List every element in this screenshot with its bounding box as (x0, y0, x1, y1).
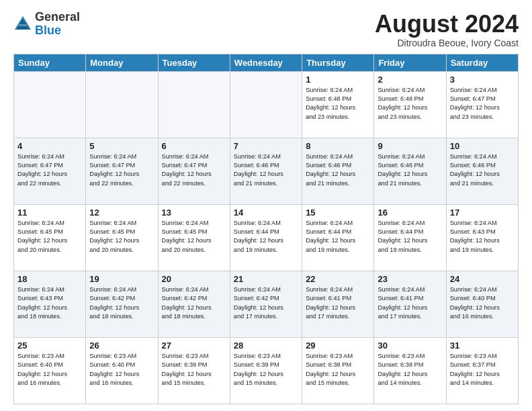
calendar-week-row: 25Sunrise: 6:23 AM Sunset: 6:40 PM Dayli… (14, 337, 519, 404)
day-cell-26: 26Sunrise: 6:23 AM Sunset: 6:40 PM Dayli… (86, 337, 158, 404)
header: General Blue August 2024 Ditroudra Beoue… (13, 11, 519, 48)
day-number: 31 (450, 340, 515, 351)
title-block: August 2024 Ditroudra Beoue, Ivory Coast (375, 11, 519, 48)
day-cell-3: 3Sunrise: 6:24 AM Sunset: 6:47 PM Daylig… (446, 71, 518, 138)
day-number: 2 (378, 75, 442, 85)
calendar: SundayMondayTuesdayWednesdayThursdayFrid… (13, 54, 519, 404)
day-number: 26 (89, 340, 154, 351)
day-number: 11 (17, 208, 82, 218)
day-info: Sunrise: 6:23 AM Sunset: 6:39 PM Dayligh… (234, 352, 298, 387)
location: Ditroudra Beoue, Ivory Coast (375, 38, 519, 48)
day-number: 25 (17, 340, 82, 351)
day-info: Sunrise: 6:24 AM Sunset: 6:46 PM Dayligh… (378, 152, 442, 188)
day-cell-8: 8Sunrise: 6:24 AM Sunset: 6:46 PM Daylig… (302, 138, 374, 204)
day-info: Sunrise: 6:24 AM Sunset: 6:47 PM Dayligh… (450, 86, 515, 122)
col-header-wednesday: Wednesday (230, 54, 302, 71)
day-info: Sunrise: 6:24 AM Sunset: 6:42 PM Dayligh… (89, 285, 154, 321)
day-cell-7: 7Sunrise: 6:24 AM Sunset: 6:46 PM Daylig… (230, 138, 302, 204)
day-cell-2: 2Sunrise: 6:24 AM Sunset: 6:48 PM Daylig… (374, 71, 446, 138)
day-cell-1: 1Sunrise: 6:24 AM Sunset: 6:48 PM Daylig… (302, 71, 374, 138)
day-cell-30: 30Sunrise: 6:23 AM Sunset: 6:38 PM Dayli… (374, 337, 446, 404)
calendar-week-row: 1Sunrise: 6:24 AM Sunset: 6:48 PM Daylig… (14, 71, 519, 138)
day-cell-19: 19Sunrise: 6:24 AM Sunset: 6:42 PM Dayli… (86, 271, 158, 337)
day-cell-23: 23Sunrise: 6:24 AM Sunset: 6:41 PM Dayli… (374, 271, 446, 337)
logo-icon (13, 15, 32, 34)
day-info: Sunrise: 6:24 AM Sunset: 6:42 PM Dayligh… (234, 285, 298, 321)
calendar-week-row: 18Sunrise: 6:24 AM Sunset: 6:43 PM Dayli… (14, 271, 519, 337)
day-cell-20: 20Sunrise: 6:24 AM Sunset: 6:42 PM Dayli… (158, 271, 230, 337)
day-number: 15 (306, 208, 370, 218)
col-header-saturday: Saturday (446, 54, 518, 71)
day-number: 17 (450, 208, 515, 218)
day-info: Sunrise: 6:24 AM Sunset: 6:47 PM Dayligh… (89, 152, 154, 188)
day-cell-14: 14Sunrise: 6:24 AM Sunset: 6:44 PM Dayli… (230, 204, 302, 271)
day-number: 13 (162, 208, 226, 218)
day-info: Sunrise: 6:24 AM Sunset: 6:41 PM Dayligh… (306, 285, 370, 321)
logo: General Blue (13, 11, 80, 38)
day-number: 10 (450, 141, 515, 151)
day-cell-10: 10Sunrise: 6:24 AM Sunset: 6:46 PM Dayli… (446, 138, 518, 204)
col-header-thursday: Thursday (302, 54, 374, 71)
empty-cell (158, 71, 230, 138)
day-info: Sunrise: 6:23 AM Sunset: 6:38 PM Dayligh… (378, 352, 442, 387)
col-header-sunday: Sunday (14, 54, 86, 71)
day-number: 9 (378, 141, 442, 151)
day-number: 29 (306, 340, 370, 351)
empty-cell (86, 71, 158, 138)
day-number: 7 (234, 141, 298, 151)
day-number: 16 (378, 208, 442, 218)
day-number: 21 (234, 274, 298, 284)
day-number: 4 (17, 141, 82, 151)
day-info: Sunrise: 6:24 AM Sunset: 6:42 PM Dayligh… (162, 285, 226, 321)
day-cell-13: 13Sunrise: 6:24 AM Sunset: 6:45 PM Dayli… (158, 204, 230, 271)
day-cell-11: 11Sunrise: 6:24 AM Sunset: 6:45 PM Dayli… (14, 204, 86, 271)
day-info: Sunrise: 6:24 AM Sunset: 6:46 PM Dayligh… (450, 152, 515, 188)
svg-rect-2 (19, 24, 27, 26)
day-cell-6: 6Sunrise: 6:24 AM Sunset: 6:47 PM Daylig… (158, 138, 230, 204)
day-number: 14 (234, 208, 298, 218)
day-info: Sunrise: 6:24 AM Sunset: 6:43 PM Dayligh… (17, 285, 82, 321)
day-number: 19 (89, 274, 154, 284)
day-info: Sunrise: 6:24 AM Sunset: 6:45 PM Dayligh… (162, 219, 226, 255)
calendar-week-row: 4Sunrise: 6:24 AM Sunset: 6:47 PM Daylig… (14, 138, 519, 204)
day-number: 20 (162, 274, 226, 284)
day-info: Sunrise: 6:24 AM Sunset: 6:47 PM Dayligh… (17, 152, 82, 188)
logo-blue-text: Blue (35, 24, 61, 37)
logo-text: General Blue (35, 11, 80, 38)
day-cell-25: 25Sunrise: 6:23 AM Sunset: 6:40 PM Dayli… (14, 337, 86, 404)
day-info: Sunrise: 6:24 AM Sunset: 6:40 PM Dayligh… (450, 285, 515, 321)
day-cell-29: 29Sunrise: 6:23 AM Sunset: 6:38 PM Dayli… (302, 337, 374, 404)
day-number: 22 (306, 274, 370, 284)
day-info: Sunrise: 6:24 AM Sunset: 6:47 PM Dayligh… (162, 152, 226, 188)
day-info: Sunrise: 6:24 AM Sunset: 6:48 PM Dayligh… (378, 86, 442, 122)
empty-cell (14, 71, 86, 138)
day-cell-27: 27Sunrise: 6:23 AM Sunset: 6:39 PM Dayli… (158, 337, 230, 404)
day-cell-21: 21Sunrise: 6:24 AM Sunset: 6:42 PM Dayli… (230, 271, 302, 337)
day-number: 8 (306, 141, 370, 151)
day-number: 12 (89, 208, 154, 218)
col-header-tuesday: Tuesday (158, 54, 230, 71)
day-number: 18 (17, 274, 82, 284)
day-cell-5: 5Sunrise: 6:24 AM Sunset: 6:47 PM Daylig… (86, 138, 158, 204)
day-cell-12: 12Sunrise: 6:24 AM Sunset: 6:45 PM Dayli… (86, 204, 158, 271)
day-number: 6 (162, 141, 226, 151)
day-cell-17: 17Sunrise: 6:24 AM Sunset: 6:43 PM Dayli… (446, 204, 518, 271)
month-title: August 2024 (375, 11, 519, 38)
day-info: Sunrise: 6:24 AM Sunset: 6:45 PM Dayligh… (89, 219, 154, 255)
day-number: 30 (378, 340, 442, 351)
day-cell-16: 16Sunrise: 6:24 AM Sunset: 6:44 PM Dayli… (374, 204, 446, 271)
day-cell-15: 15Sunrise: 6:24 AM Sunset: 6:44 PM Dayli… (302, 204, 374, 271)
day-cell-18: 18Sunrise: 6:24 AM Sunset: 6:43 PM Dayli… (14, 271, 86, 337)
day-info: Sunrise: 6:24 AM Sunset: 6:41 PM Dayligh… (378, 285, 442, 321)
day-info: Sunrise: 6:23 AM Sunset: 6:37 PM Dayligh… (450, 352, 515, 387)
day-number: 1 (306, 75, 370, 85)
day-info: Sunrise: 6:24 AM Sunset: 6:48 PM Dayligh… (306, 86, 370, 122)
day-info: Sunrise: 6:23 AM Sunset: 6:40 PM Dayligh… (89, 352, 154, 387)
day-cell-4: 4Sunrise: 6:24 AM Sunset: 6:47 PM Daylig… (14, 138, 86, 204)
day-cell-22: 22Sunrise: 6:24 AM Sunset: 6:41 PM Dayli… (302, 271, 374, 337)
col-header-monday: Monday (86, 54, 158, 71)
day-info: Sunrise: 6:24 AM Sunset: 6:46 PM Dayligh… (306, 152, 370, 188)
day-info: Sunrise: 6:24 AM Sunset: 6:46 PM Dayligh… (234, 152, 298, 188)
empty-cell (230, 71, 302, 138)
logo-general: General (35, 10, 80, 24)
